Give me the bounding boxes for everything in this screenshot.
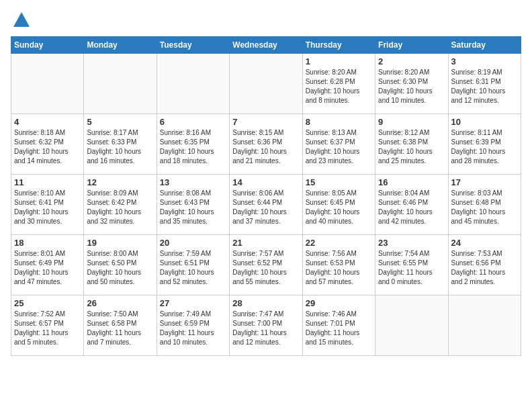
calendar-table: SundayMondayTuesdayWednesdayThursdayFrid… xyxy=(11,36,521,356)
calendar-cell: 8Sunrise: 8:13 AM Sunset: 6:37 PM Daylig… xyxy=(302,114,375,175)
calendar-cell: 6Sunrise: 8:16 AM Sunset: 6:35 PM Daylig… xyxy=(157,114,229,175)
weekday-header-sunday: Sunday xyxy=(11,37,84,54)
day-info: Sunrise: 7:57 AM Sunset: 6:52 PM Dayligh… xyxy=(232,249,299,287)
day-number: 12 xyxy=(87,177,153,187)
day-info: Sunrise: 8:17 AM Sunset: 6:33 PM Dayligh… xyxy=(87,128,153,166)
weekday-header-thursday: Thursday xyxy=(302,37,375,54)
calendar-cell: 20Sunrise: 7:59 AM Sunset: 6:51 PM Dayli… xyxy=(157,235,229,295)
calendar-cell: 15Sunrise: 8:05 AM Sunset: 6:45 PM Dayli… xyxy=(302,175,375,235)
day-number: 24 xyxy=(451,238,518,248)
logo xyxy=(11,11,31,30)
calendar-cell: 24Sunrise: 7:53 AM Sunset: 6:56 PM Dayli… xyxy=(448,235,521,295)
day-info: Sunrise: 8:01 AM Sunset: 6:49 PM Dayligh… xyxy=(14,249,81,287)
day-number: 7 xyxy=(232,117,299,127)
calendar-cell: 10Sunrise: 8:11 AM Sunset: 6:39 PM Dayli… xyxy=(448,114,521,175)
day-number: 29 xyxy=(306,298,372,308)
logo-icon xyxy=(12,11,31,30)
day-info: Sunrise: 8:15 AM Sunset: 6:36 PM Dayligh… xyxy=(232,128,299,166)
week-row-4: 25Sunrise: 7:52 AM Sunset: 6:57 PM Dayli… xyxy=(11,295,521,356)
calendar-cell xyxy=(157,54,229,114)
day-number: 5 xyxy=(87,117,153,127)
calendar-cell: 21Sunrise: 7:57 AM Sunset: 6:52 PM Dayli… xyxy=(230,235,302,295)
day-number: 13 xyxy=(160,177,226,187)
day-number: 3 xyxy=(451,56,518,66)
week-row-1: 4Sunrise: 8:18 AM Sunset: 6:32 PM Daylig… xyxy=(11,114,521,175)
calendar-cell: 29Sunrise: 7:46 AM Sunset: 7:01 PM Dayli… xyxy=(302,295,375,356)
calendar-cell: 11Sunrise: 8:10 AM Sunset: 6:41 PM Dayli… xyxy=(11,175,84,235)
calendar-cell: 22Sunrise: 7:56 AM Sunset: 6:53 PM Dayli… xyxy=(302,235,375,295)
day-info: Sunrise: 8:05 AM Sunset: 6:45 PM Dayligh… xyxy=(306,189,372,226)
day-info: Sunrise: 8:00 AM Sunset: 6:50 PM Dayligh… xyxy=(87,249,153,287)
day-number: 17 xyxy=(451,177,518,187)
day-info: Sunrise: 7:47 AM Sunset: 7:00 PM Dayligh… xyxy=(232,310,299,347)
day-number: 4 xyxy=(14,117,81,127)
day-info: Sunrise: 8:09 AM Sunset: 6:42 PM Dayligh… xyxy=(87,189,153,226)
calendar-cell: 1Sunrise: 8:20 AM Sunset: 6:28 PM Daylig… xyxy=(302,54,375,114)
day-number: 25 xyxy=(14,298,81,308)
calendar-cell: 5Sunrise: 8:17 AM Sunset: 6:33 PM Daylig… xyxy=(84,114,157,175)
calendar-cell: 27Sunrise: 7:49 AM Sunset: 6:59 PM Dayli… xyxy=(157,295,229,356)
day-number: 19 xyxy=(87,238,153,248)
weekday-header-tuesday: Tuesday xyxy=(157,37,229,54)
svg-marker-0 xyxy=(13,12,30,27)
day-info: Sunrise: 8:13 AM Sunset: 6:37 PM Dayligh… xyxy=(306,128,372,166)
day-info: Sunrise: 7:49 AM Sunset: 6:59 PM Dayligh… xyxy=(160,310,226,347)
calendar-cell: 25Sunrise: 7:52 AM Sunset: 6:57 PM Dayli… xyxy=(11,295,84,356)
calendar-cell xyxy=(84,54,157,114)
day-number: 28 xyxy=(232,298,299,308)
day-info: Sunrise: 8:18 AM Sunset: 6:32 PM Dayligh… xyxy=(14,128,81,166)
calendar-cell: 28Sunrise: 7:47 AM Sunset: 7:00 PM Dayli… xyxy=(230,295,302,356)
weekday-header-friday: Friday xyxy=(375,37,448,54)
day-info: Sunrise: 8:08 AM Sunset: 6:43 PM Dayligh… xyxy=(160,189,226,226)
day-number: 22 xyxy=(306,238,372,248)
day-number: 21 xyxy=(232,238,299,248)
day-number: 11 xyxy=(14,177,81,187)
weekday-header-monday: Monday xyxy=(84,37,157,54)
day-number: 20 xyxy=(160,238,226,248)
week-row-2: 11Sunrise: 8:10 AM Sunset: 6:41 PM Dayli… xyxy=(11,175,521,235)
calendar-cell: 26Sunrise: 7:50 AM Sunset: 6:58 PM Dayli… xyxy=(84,295,157,356)
day-number: 18 xyxy=(14,238,81,248)
day-info: Sunrise: 7:46 AM Sunset: 7:01 PM Dayligh… xyxy=(306,310,372,347)
day-number: 10 xyxy=(451,117,518,127)
calendar-cell: 19Sunrise: 8:00 AM Sunset: 6:50 PM Dayli… xyxy=(84,235,157,295)
calendar-cell xyxy=(230,54,302,114)
day-info: Sunrise: 8:16 AM Sunset: 6:35 PM Dayligh… xyxy=(160,128,226,166)
day-info: Sunrise: 7:50 AM Sunset: 6:58 PM Dayligh… xyxy=(87,310,153,347)
day-info: Sunrise: 7:54 AM Sunset: 6:55 PM Dayligh… xyxy=(378,249,445,287)
weekday-header-saturday: Saturday xyxy=(448,37,521,54)
day-number: 9 xyxy=(378,117,445,127)
day-number: 2 xyxy=(378,56,445,66)
header xyxy=(11,11,521,30)
week-row-0: 1Sunrise: 8:20 AM Sunset: 6:28 PM Daylig… xyxy=(11,54,521,114)
week-row-3: 18Sunrise: 8:01 AM Sunset: 6:49 PM Dayli… xyxy=(11,235,521,295)
day-number: 27 xyxy=(160,298,226,308)
calendar-cell: 13Sunrise: 8:08 AM Sunset: 6:43 PM Dayli… xyxy=(157,175,229,235)
day-number: 26 xyxy=(87,298,153,308)
day-number: 16 xyxy=(378,177,445,187)
day-info: Sunrise: 8:11 AM Sunset: 6:39 PM Dayligh… xyxy=(451,128,518,166)
calendar-cell xyxy=(11,54,84,114)
calendar-cell: 7Sunrise: 8:15 AM Sunset: 6:36 PM Daylig… xyxy=(230,114,302,175)
weekday-header-wednesday: Wednesday xyxy=(230,37,302,54)
calendar-cell: 17Sunrise: 8:03 AM Sunset: 6:48 PM Dayli… xyxy=(448,175,521,235)
day-number: 8 xyxy=(306,117,372,127)
weekday-header-row: SundayMondayTuesdayWednesdayThursdayFrid… xyxy=(11,37,521,54)
calendar-cell: 23Sunrise: 7:54 AM Sunset: 6:55 PM Dayli… xyxy=(375,235,448,295)
calendar-cell: 12Sunrise: 8:09 AM Sunset: 6:42 PM Dayli… xyxy=(84,175,157,235)
day-info: Sunrise: 8:04 AM Sunset: 6:46 PM Dayligh… xyxy=(378,189,445,226)
day-number: 23 xyxy=(378,238,445,248)
calendar-cell: 3Sunrise: 8:19 AM Sunset: 6:31 PM Daylig… xyxy=(448,54,521,114)
calendar-cell xyxy=(375,295,448,356)
day-info: Sunrise: 7:56 AM Sunset: 6:53 PM Dayligh… xyxy=(306,249,372,287)
day-number: 15 xyxy=(306,177,372,187)
day-info: Sunrise: 8:03 AM Sunset: 6:48 PM Dayligh… xyxy=(451,189,518,226)
day-info: Sunrise: 8:06 AM Sunset: 6:44 PM Dayligh… xyxy=(232,189,299,226)
calendar-cell xyxy=(448,295,521,356)
day-info: Sunrise: 7:59 AM Sunset: 6:51 PM Dayligh… xyxy=(160,249,226,287)
day-number: 1 xyxy=(306,56,372,66)
calendar-cell: 14Sunrise: 8:06 AM Sunset: 6:44 PM Dayli… xyxy=(230,175,302,235)
day-info: Sunrise: 7:52 AM Sunset: 6:57 PM Dayligh… xyxy=(14,310,81,347)
day-info: Sunrise: 8:20 AM Sunset: 6:30 PM Dayligh… xyxy=(378,68,445,105)
day-number: 6 xyxy=(160,117,226,127)
